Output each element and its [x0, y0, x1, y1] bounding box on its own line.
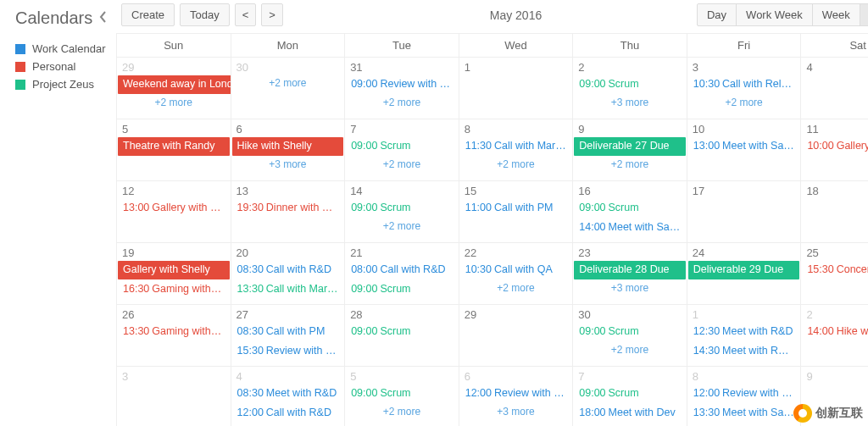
day-cell[interactable]: 1609:00Scrum14:00Meet with Sales	[573, 181, 687, 242]
day-cell[interactable]: 509:00Scrum+2 more	[345, 367, 459, 426]
event[interactable]: 10:00Gallery with Elena	[802, 137, 868, 156]
prev-button[interactable]: <	[235, 3, 257, 26]
event[interactable]: 09:00Scrum	[574, 75, 686, 94]
event[interactable]: 16:30Gaming with Mit…	[118, 280, 230, 299]
event[interactable]: 14:00Hike with Fred	[802, 323, 868, 341]
event[interactable]: 08:30Call with PM	[232, 323, 344, 341]
event[interactable]: 12:00Call with R&D	[232, 404, 344, 423]
event[interactable]: 13:30Meet with Sales	[688, 404, 800, 423]
day-cell[interactable]: 209:00Scrum+3 more	[573, 58, 687, 119]
day-cell[interactable]: 3109:00Review with Dev…+2 more	[345, 58, 459, 119]
event[interactable]: 12:30Meet with R&D	[688, 323, 800, 341]
event[interactable]: 13:30Gaming with Ra…	[118, 323, 230, 341]
day-cell[interactable]: 19Gallery with Shelly16:30Gaming with Mi…	[117, 243, 231, 304]
event[interactable]: Gallery with Shelly	[118, 261, 230, 279]
day-cell[interactable]: 310:30Call with Release+2 more	[687, 58, 802, 119]
event[interactable]: 10:30Call with Release	[688, 75, 800, 94]
sidebar-collapse-icon[interactable]	[99, 11, 108, 25]
event[interactable]: 13:30Call with Marketi…	[232, 280, 344, 299]
day-cell[interactable]: 18	[801, 181, 868, 242]
event[interactable]: 09:00Scrum	[346, 280, 458, 299]
day-cell[interactable]: 1	[459, 58, 574, 119]
day-cell[interactable]: 612:00Review with PM+3 more	[459, 367, 574, 426]
event[interactable]: 13:00Gallery with Fred	[118, 199, 230, 218]
event[interactable]: 08:30Call with R&D	[232, 261, 344, 279]
more-link[interactable]: +3 more	[459, 404, 573, 418]
day-cell[interactable]: 3	[117, 367, 231, 426]
day-cell[interactable]: 1319:30Dinner with Mitch	[231, 181, 346, 242]
more-link[interactable]: +2 more	[345, 157, 459, 170]
day-cell[interactable]: 29Weekend away in London+2 more	[117, 58, 231, 119]
more-link[interactable]: +3 more	[231, 157, 345, 170]
day-cell[interactable]: 4	[801, 58, 868, 119]
event[interactable]: 10:30Call with QA	[460, 261, 572, 279]
more-link[interactable]: +2 more	[345, 404, 459, 418]
day-cell[interactable]: 17	[687, 181, 802, 242]
day-cell[interactable]: 811:30Call with Marketi…+2 more	[459, 119, 574, 180]
event[interactable]: 11:00Call with PM	[460, 199, 572, 218]
view-day[interactable]: Day	[697, 3, 737, 26]
more-link[interactable]: +2 more	[345, 95, 459, 108]
event[interactable]: Weekend away in London	[118, 75, 231, 94]
more-link[interactable]: +2 more	[459, 157, 573, 170]
day-cell[interactable]: 2210:30Call with QA+2 more	[459, 243, 574, 304]
day-cell[interactable]: 2613:30Gaming with Ra…	[117, 305, 231, 366]
more-link[interactable]: +2 more	[345, 219, 459, 232]
day-cell[interactable]: 1213:00Gallery with Fred	[117, 181, 231, 242]
day-cell[interactable]: 2008:30Call with R&D13:30Call with Marke…	[231, 243, 346, 304]
event[interactable]: 08:30Meet with R&D	[232, 385, 344, 403]
more-link[interactable]: +2 more	[573, 157, 687, 170]
day-cell[interactable]: 9Deliverable 27 Due+2 more	[573, 119, 687, 180]
event[interactable]: 09:00Scrum	[346, 199, 458, 218]
day-cell[interactable]: 5Theatre with Randy	[117, 119, 231, 180]
event[interactable]: 08:00Call with R&D	[346, 261, 458, 279]
event[interactable]: 13:00Meet with Sales	[688, 137, 800, 156]
event[interactable]: 19:30Dinner with Mitch	[232, 199, 344, 218]
day-cell[interactable]: 3009:00Scrum+2 more	[573, 305, 687, 366]
more-link[interactable]: +3 more	[573, 95, 687, 108]
view-month[interactable]: Month	[860, 3, 868, 26]
event[interactable]: 14:00Meet with Sales	[574, 219, 686, 237]
event[interactable]: Hike with Shelly	[232, 137, 344, 156]
event[interactable]: 11:30Call with Marketi…	[460, 137, 572, 156]
day-cell[interactable]: 1110:00Gallery with Elena	[801, 119, 868, 180]
day-cell[interactable]: 214:00Hike with Fred	[801, 305, 868, 366]
event[interactable]: 09:00Scrum	[574, 385, 686, 403]
event[interactable]: Theatre with Randy	[118, 137, 230, 156]
day-cell[interactable]: 24Deliverable 29 Due	[687, 243, 802, 304]
event[interactable]: 15:30Review with PM	[232, 342, 344, 361]
day-cell[interactable]: 1511:00Call with PM	[459, 181, 574, 242]
create-button[interactable]: Create	[121, 3, 175, 26]
event[interactable]: 09:00Review with Dev…	[346, 75, 458, 94]
today-button[interactable]: Today	[180, 3, 230, 26]
event[interactable]: Deliverable 29 Due	[688, 261, 800, 279]
day-cell[interactable]: 812:00Review with Dev…13:30Meet with Sal…	[687, 367, 802, 426]
day-cell[interactable]: 709:00Scrum18:00Meet with Dev	[573, 367, 687, 426]
day-cell[interactable]: 23Deliverable 28 Due+3 more	[573, 243, 687, 304]
event[interactable]: 09:00Scrum	[346, 323, 458, 341]
event[interactable]: 09:00Scrum	[346, 137, 458, 156]
day-cell[interactable]: 1013:00Meet with Sales	[687, 119, 802, 180]
day-cell[interactable]: 408:30Meet with R&D12:00Call with R&D	[231, 367, 346, 426]
day-cell[interactable]: 1409:00Scrum+2 more	[345, 181, 459, 242]
event[interactable]: 15:30Concert with Sh…	[802, 261, 868, 279]
more-link[interactable]: +2 more	[231, 75, 345, 89]
more-link[interactable]: +2 more	[573, 342, 687, 356]
day-cell[interactable]: 2809:00Scrum	[345, 305, 459, 366]
day-cell[interactable]: 112:30Meet with R&D14:30Meet with Relea…	[687, 305, 802, 366]
event[interactable]: 14:30Meet with Relea…	[688, 342, 800, 361]
event[interactable]: 18:00Meet with Dev	[574, 404, 686, 423]
more-link[interactable]: +2 more	[459, 280, 573, 294]
day-cell[interactable]: 29	[459, 305, 574, 366]
day-cell[interactable]: 2108:00Call with R&D09:00Scrum	[345, 243, 459, 304]
next-button[interactable]: >	[261, 3, 283, 26]
view-work-week[interactable]: Work Week	[736, 3, 813, 26]
more-link[interactable]: +3 more	[573, 280, 687, 294]
day-cell[interactable]: 2515:30Concert with Sh…	[801, 243, 868, 304]
event[interactable]: Deliverable 28 Due	[574, 261, 686, 279]
day-cell[interactable]: 30+2 more	[231, 58, 346, 119]
more-link[interactable]: +2 more	[687, 95, 801, 108]
event[interactable]: 09:00Scrum	[346, 385, 458, 403]
more-link[interactable]: +2 more	[117, 95, 231, 108]
day-cell[interactable]: 6Hike with Shelly+3 more	[231, 119, 346, 180]
